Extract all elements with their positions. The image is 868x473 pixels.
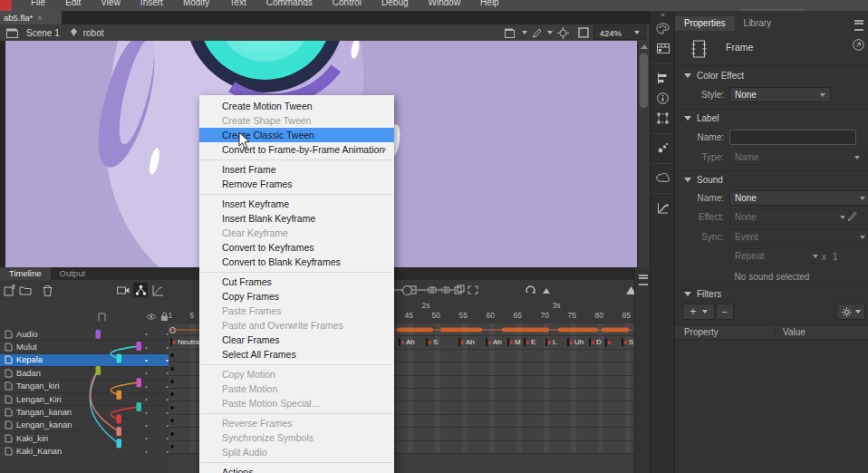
zoom-out-timeline-icon[interactable] — [540, 283, 555, 297]
menubar-item-text[interactable]: Text — [229, 0, 246, 7]
context-menu-item[interactable]: Reverse Frames — [199, 416, 394, 430]
show-parenting-view-icon[interactable] — [133, 283, 148, 297]
mouth-keyframe[interactable]: Ah — [399, 337, 415, 347]
scroll-up-arrow-icon[interactable] — [641, 44, 648, 49]
mouth-keyframe[interactable]: S — [426, 337, 439, 347]
context-menu-item[interactable]: Paste Frames — [199, 304, 394, 318]
layer-row-badan[interactable]: Badan•• — [0, 367, 169, 380]
add-filter-button[interactable]: + — [682, 304, 715, 320]
layer-row-mulut[interactable]: Mulut•• — [0, 341, 169, 353]
menubar-item-help[interactable]: Help — [480, 0, 499, 7]
layer-row-kaki_kiri[interactable]: Kaki_kiri•• — [0, 432, 169, 445]
context-menu-item[interactable]: Actions — [199, 465, 394, 473]
zoom-level-select[interactable]: 424% — [593, 25, 646, 40]
context-menu-item[interactable]: Create Shape Tween — [199, 113, 394, 128]
collapse-dock-icon[interactable]: » — [651, 11, 675, 18]
palette-icon[interactable] — [651, 18, 675, 38]
edit-sound-envelope-pencil-icon[interactable] — [847, 210, 857, 221]
layer-row-tangan_kanan[interactable]: Tangan_kanan•• — [0, 406, 169, 419]
section-color-effect[interactable]: Color Effect — [684, 71, 744, 81]
menubar-item-file[interactable]: File — [31, 0, 45, 7]
new-layer-icon[interactable] — [2, 283, 16, 297]
layer-visibility-lock-dots[interactable]: •• — [145, 369, 169, 377]
info-icon[interactable] — [651, 88, 675, 108]
context-menu-item[interactable]: Paste Motion Special... — [199, 396, 394, 410]
context-menu-item[interactable]: Create Classic Tween — [199, 128, 394, 142]
breadcrumb-scene[interactable]: Scene 1 — [26, 28, 60, 38]
mouth-keyframe[interactable] — [605, 337, 613, 347]
context-menu-item[interactable]: Select All Frames — [199, 347, 394, 362]
layer-row-kepala[interactable]: Kepala•• — [0, 354, 169, 367]
menubar-item-modify[interactable]: Modify — [183, 0, 209, 7]
mouth-keyframe[interactable]: L — [545, 337, 557, 347]
context-menu-item[interactable]: Split Audio — [199, 445, 394, 459]
layer-row-kaki_kanan[interactable]: Kaki_Kanan•• — [0, 446, 169, 459]
camera-icon[interactable] — [505, 28, 517, 38]
menubar-item-window[interactable]: Window — [429, 0, 461, 7]
new-folder-icon[interactable] — [18, 283, 33, 297]
user-account-area[interactable] — [741, 2, 805, 10]
context-menu-item[interactable]: Convert to Keyframes — [199, 240, 394, 255]
menubar-item-debug[interactable]: Debug — [381, 0, 408, 7]
sound-name-dropdown[interactable]: None — [729, 190, 868, 206]
tab-timeline[interactable]: Timeline — [0, 267, 51, 281]
remove-filter-button[interactable]: − — [716, 304, 734, 320]
mouth-keyframe[interactable]: Neutral — [170, 337, 201, 347]
layer-visibility-lock-dots[interactable]: •• — [145, 356, 169, 364]
layer-visibility-lock-dots[interactable]: •• — [145, 330, 169, 338]
add-camera-icon[interactable] — [116, 283, 130, 297]
context-menu-item[interactable]: Remove Frames — [199, 177, 394, 191]
context-menu-item[interactable]: Copy Frames — [199, 289, 394, 304]
layer-visibility-lock-dots[interactable]: •• — [145, 409, 169, 417]
modify-markers-icon[interactable] — [466, 283, 480, 297]
context-menu-item[interactable]: Synchronize Symbols — [199, 430, 394, 445]
section-label[interactable]: Label — [684, 113, 719, 123]
menubar-item-insert[interactable]: Insert — [140, 0, 163, 7]
context-menu-item[interactable]: Cut Frames — [199, 275, 394, 289]
context-menu-item[interactable]: Clear Frames — [199, 333, 394, 347]
layer-row-tangan_kiri[interactable]: Tangan_kiri•• — [0, 381, 169, 393]
layer-visibility-lock-dots[interactable]: •• — [145, 448, 169, 456]
filter-options-button[interactable] — [836, 304, 865, 320]
creative-cloud-icon[interactable] — [651, 168, 675, 188]
section-sound[interactable]: Sound — [684, 175, 723, 185]
lock-column-icon[interactable] — [160, 312, 169, 322]
clip-content-icon[interactable] — [578, 27, 589, 38]
close-tab-icon[interactable]: × — [37, 14, 42, 23]
layer-visibility-lock-dots[interactable]: •• — [145, 421, 169, 430]
center-stage-icon[interactable] — [557, 27, 569, 39]
context-menu-item[interactable]: Copy Motion — [199, 367, 394, 381]
tab-properties[interactable]: Properties — [675, 16, 735, 31]
guides-icon[interactable] — [532, 27, 543, 38]
guides-caret-icon[interactable] — [547, 31, 553, 34]
breadcrumb-symbol[interactable]: robot — [83, 28, 104, 38]
context-menu-item[interactable]: Insert Keyframe — [199, 197, 394, 211]
mouth-keyframe[interactable]: S — [622, 337, 634, 347]
layer-row-lengan_kiri[interactable]: Lengan_Kiri•• — [0, 393, 169, 406]
layer-visibility-lock-dots[interactable]: •• — [145, 382, 169, 391]
clapperboard-icon[interactable] — [6, 28, 18, 38]
align-icon[interactable] — [651, 68, 675, 88]
layer-visibility-lock-dots[interactable]: •• — [145, 434, 169, 442]
context-menu-item[interactable]: Insert Blank Keyframe — [199, 211, 394, 226]
section-filters[interactable]: Filters — [684, 289, 721, 299]
layer-visibility-lock-dots[interactable]: •• — [145, 343, 169, 352]
help-link-icon[interactable] — [853, 39, 864, 51]
menubar-item-edit[interactable]: Edit — [65, 0, 81, 7]
layer-row-audio[interactable]: Audio•• — [0, 328, 169, 341]
context-menu-item[interactable]: Paste Motion — [199, 381, 394, 396]
visibility-column-eye-icon[interactable] — [146, 313, 157, 321]
graph-editor-icon[interactable] — [150, 283, 165, 297]
timeline-zoom-knob[interactable] — [402, 285, 412, 295]
mouth-keyframe[interactable]: M — [507, 337, 521, 347]
label-name-input[interactable] — [729, 130, 856, 145]
context-menu-item[interactable]: Insert Frame — [199, 162, 394, 177]
tab-output[interactable]: Output — [51, 267, 95, 281]
layer-row-lengan_kanan[interactable]: Lengan_kanan•• — [0, 420, 169, 432]
properties-panel-menu-icon[interactable] — [854, 20, 863, 31]
mouth-keyframe[interactable]: D — [589, 337, 602, 347]
menubar-item-view[interactable]: View — [101, 0, 121, 7]
tab-library[interactable]: Library — [735, 16, 781, 31]
repeat-count-stepper[interactable]: 1 — [833, 252, 838, 262]
menubar-item-commands[interactable]: Commands — [266, 0, 313, 7]
